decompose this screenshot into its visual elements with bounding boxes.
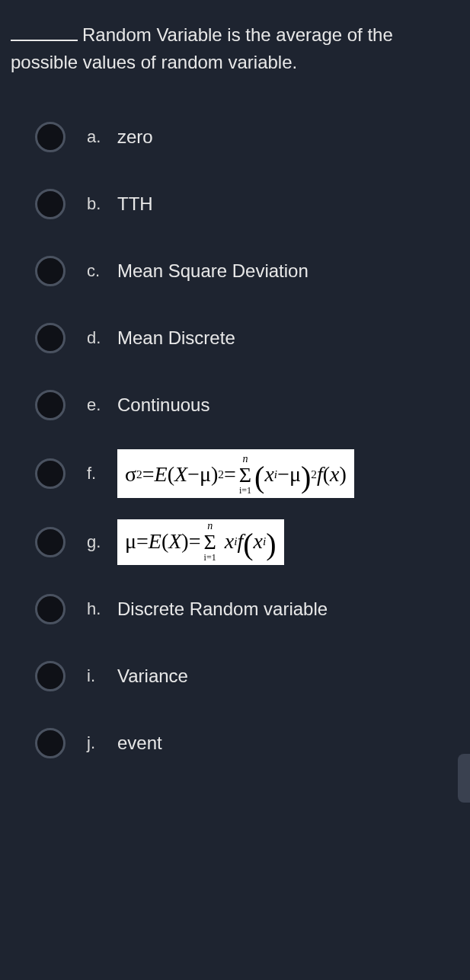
option-b-letter: b. [87, 194, 105, 214]
option-a[interactable]: a. zero [35, 114, 459, 160]
scroll-handle[interactable] [458, 754, 470, 803]
radio-i[interactable] [35, 661, 66, 691]
option-h-label: h. Discrete Random variable [87, 599, 328, 620]
radio-e[interactable] [35, 390, 66, 420]
radio-f[interactable] [35, 458, 66, 489]
option-i-letter: i. [87, 666, 105, 686]
option-f-formula: σ2 = E(X − μ)2 = n Σ i=1 (xi − μ)2f(x) [117, 449, 354, 498]
option-c-label: c. Mean Square Deviation [87, 260, 309, 282]
radio-d[interactable] [35, 323, 66, 353]
option-e-letter: e. [87, 395, 105, 415]
option-b-text: TTH [117, 193, 153, 215]
option-g[interactable]: g. μ = E(X) = n Σ i=1 xif(xi) [35, 519, 459, 565]
question-text: Random Variable is the average of the po… [11, 21, 459, 76]
option-a-letter: a. [87, 127, 105, 147]
option-j-text: event [117, 733, 162, 754]
radio-g[interactable] [35, 527, 66, 557]
options-list: a. zero b. TTH c. Mean Square Deviation … [11, 114, 459, 766]
radio-a[interactable] [35, 122, 66, 152]
option-g-label: g. μ = E(X) = n Σ i=1 xif(xi) [87, 519, 284, 565]
radio-b[interactable] [35, 189, 66, 219]
option-d-label: d. Mean Discrete [87, 327, 235, 349]
option-j[interactable]: j. event [35, 720, 459, 766]
radio-h[interactable] [35, 594, 66, 624]
option-g-formula: μ = E(X) = n Σ i=1 xif(xi) [117, 519, 284, 565]
option-f-letter: f. [87, 464, 105, 484]
option-h-letter: h. [87, 599, 105, 619]
option-d[interactable]: d. Mean Discrete [35, 315, 459, 361]
fill-blank [11, 21, 78, 41]
option-e-label: e. Continuous [87, 394, 209, 416]
option-d-text: Mean Discrete [117, 327, 235, 349]
option-i-text: Variance [117, 666, 188, 687]
option-g-letter: g. [87, 532, 105, 552]
option-f[interactable]: f. σ2 = E(X − μ)2 = n Σ i=1 (xi − μ)2f(x… [35, 449, 459, 498]
option-d-letter: d. [87, 328, 105, 348]
option-b[interactable]: b. TTH [35, 181, 459, 227]
option-b-label: b. TTH [87, 193, 153, 215]
option-i[interactable]: i. Variance [35, 653, 459, 699]
option-f-label: f. σ2 = E(X − μ)2 = n Σ i=1 (xi − μ)2f(x… [87, 449, 354, 498]
option-i-label: i. Variance [87, 666, 188, 687]
radio-c[interactable] [35, 256, 66, 286]
option-a-label: a. zero [87, 126, 153, 148]
option-a-text: zero [117, 126, 153, 148]
option-h[interactable]: h. Discrete Random variable [35, 586, 459, 632]
option-e-text: Continuous [117, 394, 209, 416]
option-c[interactable]: c. Mean Square Deviation [35, 248, 459, 294]
option-c-text: Mean Square Deviation [117, 260, 309, 282]
option-c-letter: c. [87, 261, 105, 281]
radio-j[interactable] [35, 728, 66, 758]
option-h-text: Discrete Random variable [117, 599, 328, 620]
option-e[interactable]: e. Continuous [35, 382, 459, 428]
option-j-label: j. event [87, 733, 162, 754]
option-j-letter: j. [87, 733, 105, 753]
